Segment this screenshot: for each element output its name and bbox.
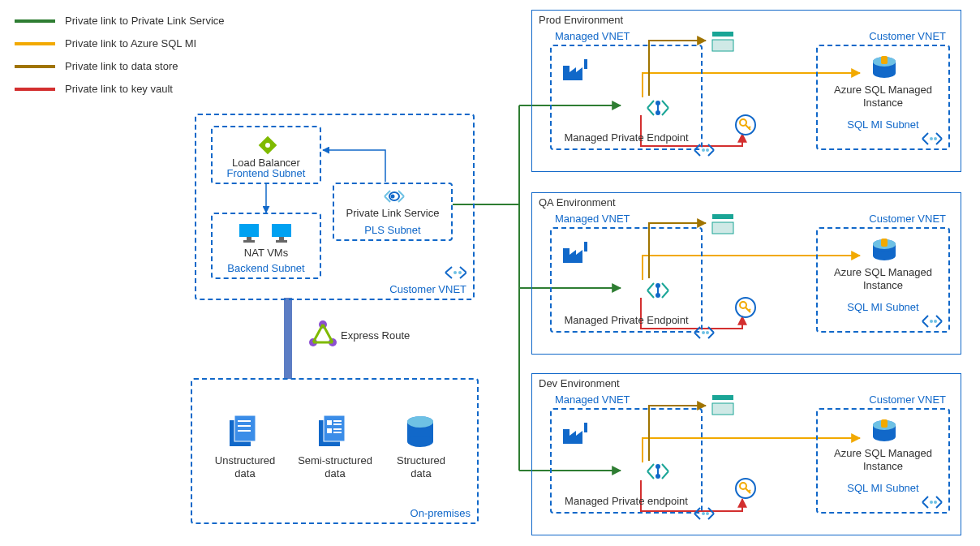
svg-rect-23 — [234, 415, 256, 441]
svg-rect-53 — [881, 56, 888, 64]
svg-point-68 — [873, 251, 896, 260]
svg-rect-73 — [584, 423, 587, 432]
svg-point-89 — [934, 501, 937, 504]
unstructured-label: Unstructured data — [208, 454, 282, 479]
dev-managed-vnet-label: Managed VNET — [555, 393, 630, 406]
pls-svc-label: Private Link Service — [334, 207, 451, 219]
svg-rect-12 — [247, 237, 251, 240]
svg-rect-26 — [238, 430, 251, 432]
vnet-icon — [444, 266, 466, 279]
nat-vms-label: NAT VMs — [213, 247, 320, 259]
vnet-icon — [693, 144, 716, 157]
dev-mpe-label: Managed Private endpoint — [552, 495, 701, 507]
svg-rect-16 — [276, 240, 287, 243]
private-link-service-icon — [383, 189, 406, 204]
data-store-icon — [711, 213, 735, 235]
svg-point-44 — [706, 148, 709, 152]
dev-title: Dev Environment — [539, 377, 620, 389]
sql-mi-icon — [870, 56, 898, 80]
svg-rect-45 — [712, 32, 733, 37]
svg-point-55 — [934, 137, 937, 140]
pls-subnet: Private Link Service PLS Subnet — [333, 183, 453, 241]
qa-customer-vnet: Azure SQL Managed Instance SQL MI Subnet — [816, 227, 950, 333]
svg-rect-13 — [243, 240, 255, 243]
legend-swatch-red — [15, 88, 55, 91]
legend-store: Private link to data store — [15, 60, 178, 72]
svg-point-61 — [706, 331, 709, 334]
prod-managed-vnet: Managed Private Endpoint — [550, 45, 703, 150]
svg-rect-11 — [239, 224, 259, 237]
legend-swatch-yellow — [15, 42, 55, 45]
svg-rect-87 — [881, 419, 888, 428]
prod-customer-vnet: Azure SQL Managed Instance SQL MI Subnet — [816, 45, 950, 150]
svg-point-8 — [458, 271, 462, 274]
dev-customer-vnet-label: Customer VNET — [869, 393, 946, 406]
vnet-icon — [693, 326, 716, 339]
customer-vnet-left-label: Customer VNET — [389, 283, 466, 295]
managed-private-endpoint-icon — [645, 95, 671, 121]
prod-customer-vnet-label: Customer VNET — [869, 30, 946, 42]
dev-environment: Dev Environment Managed VNET Customer VN… — [531, 373, 961, 535]
svg-rect-1 — [284, 298, 292, 379]
svg-rect-39 — [584, 59, 587, 69]
prod-environment: Prod Environment Managed VNET Customer V… — [531, 10, 961, 172]
svg-rect-29 — [327, 420, 332, 425]
prod-sqlmi-label: Azure SQL Managed Instance — [818, 84, 948, 110]
qa-customer-vnet-label: Customer VNET — [869, 213, 946, 225]
structured-label: Structured data — [387, 454, 455, 479]
data-store-icon — [711, 30, 735, 53]
semi-structured-label: Semi-structured data — [296, 454, 374, 479]
svg-rect-32 — [327, 428, 332, 433]
legend-swatch-brown — [15, 65, 55, 68]
svg-point-78 — [706, 512, 709, 515]
qa-sqlmi-subnet: SQL MI Subnet — [847, 301, 918, 313]
legend-sqlmi: Private link to Azure SQL MI — [15, 37, 196, 49]
svg-rect-80 — [712, 403, 733, 415]
svg-rect-31 — [333, 423, 342, 425]
svg-point-10 — [265, 143, 270, 148]
svg-rect-70 — [881, 239, 888, 247]
svg-rect-30 — [333, 420, 342, 422]
svg-point-72 — [934, 320, 937, 323]
svg-rect-79 — [712, 395, 733, 400]
qa-environment: QA Environment Managed VNET Customer VNE… — [531, 192, 961, 355]
data-store-icon — [711, 393, 735, 416]
legend-swatch-green — [15, 19, 55, 23]
prod-mpe-label: Managed Private Endpoint — [552, 131, 701, 144]
qa-mpe-label: Managed Private Endpoint — [552, 314, 701, 326]
legend-vault-label: Private link to key vault — [65, 83, 173, 95]
key-vault-icon — [735, 297, 756, 318]
svg-point-54 — [930, 137, 933, 140]
svg-point-85 — [873, 432, 896, 441]
qa-title: QA Environment — [539, 196, 616, 209]
svg-rect-34 — [333, 432, 342, 433]
svg-point-59 — [655, 293, 660, 298]
factory-icon — [561, 239, 592, 266]
svg-rect-56 — [584, 242, 587, 252]
sql-mi-icon — [870, 239, 898, 263]
semi-structured-data-icon — [316, 414, 350, 451]
frontend-subnet-label: Frontend Subnet — [227, 167, 306, 179]
svg-point-71 — [930, 320, 933, 323]
svg-rect-62 — [712, 214, 733, 219]
svg-rect-25 — [238, 425, 251, 427]
svg-point-51 — [873, 68, 896, 78]
qa-managed-vnet: Managed Private Endpoint — [550, 227, 703, 333]
svg-point-43 — [702, 148, 705, 152]
svg-rect-63 — [712, 222, 733, 234]
prod-title: Prod Environment — [539, 14, 623, 26]
key-vault-icon — [735, 478, 756, 499]
svg-rect-15 — [279, 237, 284, 240]
svg-point-42 — [655, 110, 660, 115]
dev-customer-vnet: Azure SQL Managed Instance SQL MI Subnet — [816, 408, 950, 514]
load-balancer-icon — [256, 134, 279, 157]
legend-store-label: Private link to data store — [65, 60, 178, 72]
svg-rect-46 — [712, 40, 733, 51]
legend-pls-label: Private link to Private Link Service — [65, 15, 225, 27]
nat-vms-icon — [235, 221, 300, 245]
svg-rect-24 — [238, 420, 251, 422]
qa-managed-vnet-label: Managed VNET — [555, 213, 630, 225]
legend-vault: Private link to key vault — [15, 83, 173, 95]
svg-point-7 — [453, 271, 457, 274]
pls-subnet-label: PLS Subnet — [364, 224, 420, 236]
